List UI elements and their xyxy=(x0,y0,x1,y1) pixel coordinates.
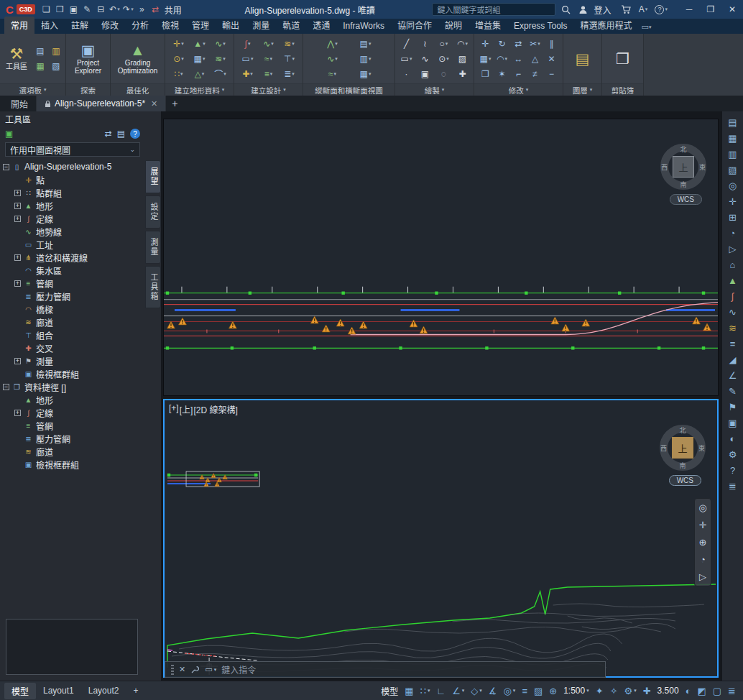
isodraft-icon[interactable]: ◇ ▾ xyxy=(468,683,485,698)
grading-optimization-button[interactable]: ▲ Grading Optimization xyxy=(113,35,162,82)
sheet-set-manager-icon[interactable]: ▤ xyxy=(728,117,737,128)
expand-toggle-icon[interactable] xyxy=(14,410,21,416)
view-selector-dropdown[interactable]: 作用中圖面視圖 ⌄ xyxy=(5,142,140,157)
panel-label-create-design[interactable]: 建立設計▾ xyxy=(234,83,303,96)
isolate-objects-icon[interactable]: ◐ ▾ xyxy=(683,683,694,698)
rotate-icon[interactable]: ↻ ▾ xyxy=(494,37,509,51)
stretch-icon[interactable]: ↔ ▾ xyxy=(511,52,526,66)
panel-label-palettes[interactable]: 選項板▾ xyxy=(0,83,65,96)
viewcube[interactable]: 北 西 上 東 南 xyxy=(660,144,706,190)
properties-palette-icon[interactable]: ▤ xyxy=(33,44,47,58)
tree-ds-view-frame-groups[interactable]: ▣ 檢視框群組 xyxy=(0,458,145,471)
rectangle-icon[interactable]: ▭ ▾ xyxy=(398,52,415,66)
offset-icon[interactable]: ∥ ▾ xyxy=(544,37,559,51)
layers-button[interactable]: ▤ xyxy=(574,35,591,82)
toolspace-side-tab[interactable]: 工具箱 xyxy=(145,266,161,308)
snap-mode-icon[interactable]: ∷ ▾ xyxy=(417,683,433,698)
wcs-selector[interactable]: WCS xyxy=(670,194,702,205)
undo-icon[interactable]: ↶ ▾ xyxy=(108,1,121,17)
viewport-control[interactable]: 上 xyxy=(180,403,193,415)
ribbon-tab[interactable]: 增益集 xyxy=(469,17,507,34)
line-icon[interactable]: ╱ ▾ xyxy=(398,37,415,51)
toolspace-side-tab[interactable]: 展望 xyxy=(145,160,161,193)
close-tab-icon[interactable]: ✕ xyxy=(151,99,157,109)
command-line[interactable]: ✕ ▭▾ 鍵入指令 xyxy=(165,661,606,678)
profile-view-icon[interactable]: ⋀ ▾ xyxy=(317,37,349,51)
autodesk-apps-icon[interactable]: A▾ xyxy=(636,1,650,17)
ribbon-tab[interactable]: 協同合作 xyxy=(391,17,438,34)
ellipse-icon[interactable]: ⊙ ▾ xyxy=(435,52,453,66)
revision-cloud-icon[interactable]: ◌ ▾ xyxy=(435,67,453,81)
panorama-palette-icon[interactable]: ▥ xyxy=(49,44,63,58)
clean-screen-icon[interactable]: ▢ ▾ xyxy=(710,683,724,698)
annotation-scale[interactable]: 1:500 ▾ xyxy=(560,683,592,698)
close-button[interactable]: ✕ xyxy=(721,0,743,19)
paste-button[interactable]: ❐ xyxy=(614,35,631,82)
ribbon-tab[interactable]: 透通 xyxy=(306,17,336,34)
parcel-menu-icon[interactable]: ▭ ▾ xyxy=(238,52,257,66)
survey-palette-icon[interactable]: ▦ xyxy=(33,59,47,73)
boundary-icon[interactable]: ⌒ ▾ xyxy=(211,67,230,81)
breakline-icon[interactable]: △ ▾ xyxy=(190,67,209,81)
tree-pressure-networks[interactable]: ≣ 壓力管網 xyxy=(0,290,145,303)
intersection-icon[interactable]: ✚ ▾ xyxy=(238,67,257,81)
zoom-extents-icon[interactable]: ⊞ xyxy=(729,212,737,223)
zoom-icon[interactable]: ⊕ xyxy=(699,537,707,548)
survey-tool-icon[interactable]: ⚑ xyxy=(729,402,737,413)
viewport-control[interactable]: 2D 線架構 xyxy=(193,403,237,415)
layout-tab[interactable]: Layout2 xyxy=(81,683,126,698)
navigation-wheel-icon[interactable]: ◎ xyxy=(698,502,706,513)
join-icon[interactable]: ⌐ ▾ xyxy=(511,67,526,81)
circle-icon[interactable]: ○ ▾ xyxy=(435,37,453,51)
save-as-icon[interactable]: ✎ ▾ xyxy=(80,1,94,17)
expand-toggle-icon[interactable] xyxy=(14,358,21,364)
toolspace-side-tab[interactable]: 設定 xyxy=(145,195,161,229)
expand-toggle-icon[interactable] xyxy=(14,203,21,209)
restore-button[interactable]: ❐ xyxy=(700,0,721,19)
expand-toggle-icon[interactable] xyxy=(14,216,21,222)
elevation-value[interactable]: 3.500 ▾ xyxy=(655,683,682,698)
new-drawing-tab-button[interactable]: + xyxy=(166,96,183,111)
pipe-tool-icon[interactable]: ≡ xyxy=(730,339,736,349)
ribbon-tab[interactable]: 插入 xyxy=(34,17,65,34)
tree-catchments[interactable]: ◠ 集水區 xyxy=(0,264,145,277)
object-snap-tracking-icon[interactable]: ∡ ▾ xyxy=(486,683,500,698)
panel-label-modify[interactable]: 修改▾ xyxy=(474,83,563,96)
surface-tool-icon[interactable]: ▲ xyxy=(728,275,737,286)
pressure-network-icon[interactable]: ≣ ▾ xyxy=(280,67,299,81)
tree-view-frame-groups[interactable]: ▣ 檢視框群組 xyxy=(0,367,145,380)
assembly-menu-icon[interactable]: ⊤ ▾ xyxy=(280,52,299,66)
panel-label-explore[interactable]: 探索 xyxy=(66,83,110,96)
signin-label[interactable]: 登入 xyxy=(594,4,611,16)
tree-survey[interactable]: ⚑ 測量 xyxy=(0,354,145,367)
layout-tab[interactable]: Layout1 xyxy=(36,683,81,698)
expand-toggle-icon[interactable] xyxy=(14,190,21,196)
viewcube[interactable]: 北 西 上 東 南 xyxy=(660,425,706,471)
ribbon-tab[interactable]: InfraWorks xyxy=(336,19,391,34)
new-file-icon[interactable]: ❏ ▾ xyxy=(40,1,53,17)
tree-assemblies[interactable]: ⊤ 組合 xyxy=(0,328,145,341)
object-snap-icon[interactable]: ◎ ▾ xyxy=(501,683,519,698)
showmotion-icon[interactable]: ▷ xyxy=(729,244,737,254)
toolspace-side-tab[interactable]: 測量 xyxy=(145,231,161,264)
viewport-bottom-active[interactable]: +上2D 線架構 xyxy=(163,399,719,678)
tree-feature-lines[interactable]: ∿ 地勢線 xyxy=(0,225,145,238)
tree-surfaces[interactable]: ▲ 地形 xyxy=(0,199,145,212)
qat-customize-icon[interactable]: » ▾ xyxy=(135,1,149,17)
tree-pipe-networks[interactable]: ≡ 管網 xyxy=(0,277,145,290)
alignment-menu-icon[interactable]: ∫ ▾ xyxy=(238,37,257,51)
app-store-cart-icon[interactable] xyxy=(619,1,632,17)
isolate-icon[interactable]: ◐ xyxy=(730,433,736,444)
close-command-line-icon[interactable]: ✕ xyxy=(179,665,185,674)
ribbon-tab[interactable]: 軌道 xyxy=(276,17,306,34)
viewport-control[interactable]: + xyxy=(169,403,179,415)
layer-manager-icon[interactable]: ▦ xyxy=(728,133,737,144)
point-icon[interactable]: ∙ ▾ xyxy=(398,67,415,81)
profile-tool-icon[interactable]: ∿ xyxy=(729,307,737,318)
tree-ds-pressure-networks[interactable]: ≣ 壓力管網 xyxy=(0,432,145,445)
model-space-toggle[interactable]: 模型 ▾ xyxy=(378,683,401,698)
layout-tab[interactable]: 模型 xyxy=(4,683,36,699)
share-label[interactable]: 共用 xyxy=(165,4,182,16)
panel-label-layers[interactable]: 圖層▾ xyxy=(563,83,601,96)
annotation-monitor-icon[interactable]: ✚ ▾ xyxy=(640,683,654,698)
